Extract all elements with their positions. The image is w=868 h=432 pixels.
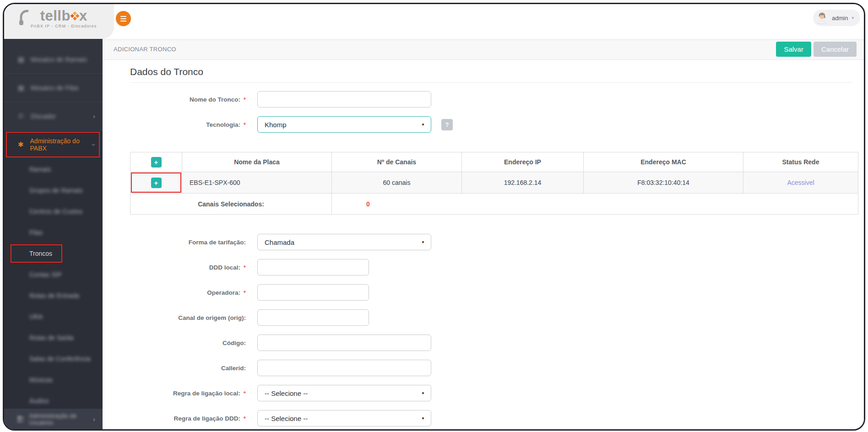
regra-ligacao-ddd-select[interactable]: -- Selecione -- ▼	[257, 410, 431, 427]
col-header-nome-placa: Nome da Placa	[182, 152, 332, 172]
sidebar-item-administracao-usuarios[interactable]: Administração de Usuários ›	[4, 409, 103, 429]
save-button[interactable]: Salvar	[776, 42, 811, 57]
forma-tarifacao-select[interactable]: Chamada ▼	[257, 234, 431, 250]
required-asterisk: *	[244, 264, 246, 271]
sidebar-item-label: Administração do PABX	[30, 137, 93, 152]
submenu-label: Salas de Conferência	[29, 355, 91, 362]
page-title: Dados do Tronco	[130, 66, 852, 83]
status-rede-link[interactable]: Acessivel	[787, 179, 814, 186]
chevron-down-icon: ›	[90, 144, 98, 146]
col-header-num-canais: Nº de Canais	[332, 152, 462, 172]
sidebar-subitem-musicas[interactable]: Músicas	[4, 369, 103, 390]
breadcrumb: ADICIONAR TRONCO	[114, 46, 176, 53]
form-row-forma-tarifacao: Forma de tarifação: Chamada ▼	[103, 234, 864, 250]
select-arrow-icon: ▼	[421, 123, 425, 127]
sidebar-item-mosaico-filas[interactable]: ▦ Mosaico de Filas	[4, 74, 103, 102]
table-footer-row: Canais Selecionados: 0	[130, 194, 858, 215]
sidebar-subitem-rotas-de-saida[interactable]: Rotas de Saída	[4, 327, 103, 348]
users-icon	[16, 416, 24, 422]
field-label: Regra de ligação DDD: *	[103, 415, 246, 422]
sidebar-item-administracao-pabx[interactable]: ✱ Administração do PABX ›	[4, 130, 103, 159]
topbar: admin ▾	[4, 4, 864, 31]
chevron-right-icon: ›	[93, 112, 95, 120]
sidebar-subitem-centros-de-custos[interactable]: Centros de Custos	[4, 201, 103, 222]
sidebar-item-mosaico-ramais[interactable]: ▦ Mosaico de Ramais	[4, 45, 103, 74]
sidebar-subitem-contas-sip[interactable]: Contas SIP	[4, 264, 103, 285]
sidebar-item-discador[interactable]: ✆ Discador ›	[4, 102, 103, 130]
label-text: Regra de ligação local:	[173, 390, 240, 397]
select-arrow-icon: ▼	[421, 391, 425, 395]
label-text: Regra de ligação DDD:	[174, 415, 240, 422]
field-label: Código:	[103, 340, 246, 346]
cancel-button[interactable]: Cancelar	[814, 42, 857, 57]
form-row-ddd-local: DDD local: *	[103, 259, 864, 275]
grid-icon: ▦	[16, 55, 26, 64]
submenu-label: Rotas de Entrada	[29, 292, 79, 299]
logo-block: tellb x PABX IP - CRM - Discadores	[4, 4, 114, 39]
codigo-input[interactable]	[257, 335, 431, 351]
brand-word-left: tellb	[40, 8, 71, 24]
field-label: Tecnologia: *	[103, 121, 246, 128]
cell-num-canais: 60 canais	[332, 172, 462, 194]
menu-toggle-button[interactable]	[116, 11, 131, 26]
selected-value: -- Selecione --	[265, 389, 308, 397]
form-row-tecnologia: Tecnologia: * Khomp ▼ ?	[103, 116, 864, 133]
col-header-endereco-mac: Endereço MAC	[584, 152, 743, 172]
submenu-label: Grupos de Ramais	[29, 187, 83, 194]
sidebar-subitem-filas[interactable]: Filas	[4, 222, 103, 243]
cell-endereco-mac: F8:03:32:10:40:14	[584, 172, 743, 194]
submenu-label: Contas SIP	[29, 271, 62, 278]
add-all-channels-button[interactable]: +	[151, 157, 162, 167]
ddd-local-input[interactable]	[257, 259, 369, 275]
selected-value: Khomp	[265, 121, 287, 129]
label-text: Tecnologia:	[206, 121, 240, 128]
submenu-label: Rotas de Saída	[29, 334, 74, 341]
brand-diamond-icon	[70, 11, 80, 21]
form-row-codigo: Código:	[103, 335, 864, 351]
label-text: Operadora:	[207, 289, 240, 296]
form-row-regra-local: Regra de ligação local: * -- Selecione -…	[103, 385, 864, 401]
user-name: admin	[832, 15, 848, 22]
label-text: Callerid:	[221, 365, 246, 372]
field-label: Operadora: *	[103, 289, 246, 296]
selected-value: -- Selecione --	[265, 415, 308, 422]
sidebar-subitem-salas-de-conferencia[interactable]: Salas de Conferência	[4, 348, 103, 369]
submenu-label: Áudios	[29, 397, 49, 405]
field-label: DDD local: *	[103, 264, 246, 271]
cell-nome-placa: EBS-E1-SPX-600	[182, 172, 332, 194]
tecnologia-select[interactable]: Khomp ▼	[257, 116, 431, 133]
help-button[interactable]: ?	[441, 119, 453, 130]
col-header-endereco-ip: Endereço IP	[462, 152, 584, 172]
canais-selecionados-label: Canais Selecionados:	[130, 194, 332, 215]
select-arrow-icon: ▼	[421, 416, 425, 421]
boards-table: + Nome da Placa Nº de Canais Endereço IP…	[130, 152, 858, 215]
submenu-label: Centros de Custos	[29, 208, 82, 215]
submenu-label: Músicas	[29, 376, 53, 383]
sidebar-item-label: Mosaico de Filas	[31, 84, 79, 92]
user-menu[interactable]: admin ▾	[813, 10, 860, 26]
tronco-form: Nome do Tronco: * Tecnologia: * Khomp ▼	[103, 91, 864, 427]
required-asterisk: *	[244, 289, 246, 296]
brand-tagline: PABX IP - CRM - Discadores	[31, 24, 97, 28]
required-asterisk: *	[244, 390, 246, 397]
sidebar-subitem-grupos-de-ramais[interactable]: Grupos de Ramais	[4, 180, 103, 201]
canal-origem-input[interactable]	[257, 309, 369, 326]
add-board-button[interactable]: +	[151, 178, 162, 188]
regra-ligacao-local-select[interactable]: -- Selecione -- ▼	[257, 385, 431, 401]
sidebar-item-label: Mosaico de Ramais	[31, 56, 87, 63]
sidebar-subitem-ramais[interactable]: Ramais	[4, 159, 103, 180]
sidebar-subitem-rotas-de-entrada[interactable]: Rotas de Entrada	[4, 285, 103, 306]
main-content: ADICIONAR TRONCO Salvar Cancelar Dados d…	[103, 31, 864, 429]
label-text: Código:	[222, 340, 246, 346]
submenu-label: Filas	[29, 229, 43, 236]
sidebar-subitem-troncos[interactable]: Troncos	[4, 243, 103, 264]
chevron-right-icon: ›	[93, 415, 95, 423]
sidebar-subitem-ura[interactable]: URA	[4, 306, 103, 327]
required-asterisk: *	[244, 121, 246, 128]
field-label: Canal de origem (orig):	[103, 314, 246, 321]
sidebar: ▦ Mosaico de Ramais ▦ Mosaico de Filas ✆…	[4, 31, 103, 429]
operadora-input[interactable]	[257, 284, 369, 301]
menu-icon	[120, 16, 126, 17]
nome-tronco-input[interactable]	[257, 91, 431, 108]
callerid-input[interactable]	[257, 360, 431, 376]
